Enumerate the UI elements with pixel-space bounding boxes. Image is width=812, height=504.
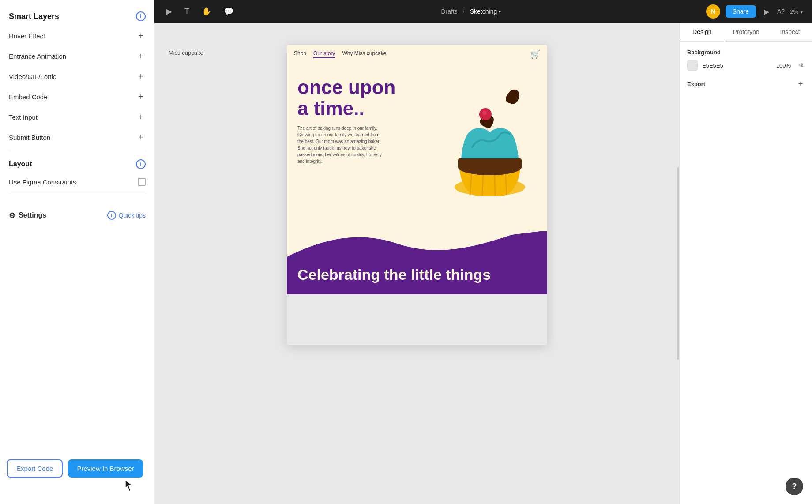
- video-gif-lottie-label: Video/GIF/Lottie: [9, 73, 56, 80]
- smart-layers-header: Smart Layers i: [0, 7, 154, 26]
- toolbar-left: ▶ T ✋ 💬: [163, 4, 236, 19]
- share-button[interactable]: Share: [726, 5, 756, 18]
- quick-tips-icon: i: [107, 211, 116, 220]
- chevron-down-icon: ▾: [499, 9, 501, 14]
- entrance-animation-label: Entrance Animation: [9, 53, 66, 60]
- frame-top-section: once upon a time.. The art of baking run…: [287, 64, 547, 231]
- nav-link-shop[interactable]: Shop: [294, 50, 306, 58]
- settings-row: ⚙ Settings i Quick tips: [0, 205, 154, 226]
- layout-header: Layout i: [0, 155, 154, 173]
- text-input-add-icon[interactable]: +: [136, 112, 146, 122]
- panel-tabs: Design Prototype Inspect: [680, 23, 812, 42]
- hand-tool-icon[interactable]: ✋: [199, 4, 214, 19]
- frame-label: Miss cupcake: [169, 49, 203, 56]
- quick-tips-button[interactable]: i Quick tips: [107, 211, 146, 220]
- zoom-control[interactable]: 2% ▾: [790, 8, 803, 15]
- sidebar-divider-2: [9, 194, 146, 194]
- video-gif-lottie-add-icon[interactable]: +: [136, 71, 146, 81]
- color-value[interactable]: E5E5E5: [702, 62, 772, 69]
- hover-effect-label: Hover Effect: [9, 32, 45, 40]
- settings-text: Settings: [19, 211, 46, 219]
- frame-nav: Shop Our story Why Miss cupcake 🛒: [287, 45, 547, 64]
- svg-point-8: [482, 111, 487, 115]
- zoom-level: 2%: [790, 8, 798, 15]
- tab-inspect-label: Inspect: [780, 28, 800, 35]
- tab-prototype[interactable]: Prototype: [724, 23, 768, 41]
- background-section-title: Background: [687, 49, 805, 56]
- sidebar-item-embed-code[interactable]: Embed Code +: [0, 87, 154, 107]
- user-initial: N: [711, 8, 715, 15]
- sidebar: Smart Layers i Hover Effect + Entrance A…: [0, 0, 154, 504]
- submit-button-add-icon[interactable]: +: [136, 132, 146, 142]
- layout-info-icon[interactable]: i: [136, 159, 146, 169]
- headline-text: once upon a time..: [297, 77, 403, 120]
- help-button[interactable]: ?: [786, 478, 803, 495]
- toolbar-center: Drafts / Sketching ▾: [441, 8, 501, 15]
- hover-effect-add-icon[interactable]: +: [136, 31, 146, 41]
- user-avatar: N: [706, 4, 720, 19]
- smart-layers-title: Smart Layers: [9, 12, 59, 21]
- breadcrumb-current[interactable]: Sketching ▾: [470, 8, 501, 15]
- smart-layers-info-icon[interactable]: i: [136, 11, 146, 21]
- breadcrumb-drafts[interactable]: Drafts: [441, 8, 458, 15]
- bg-color-row: E5E5E5 100% 👁: [687, 60, 805, 71]
- breadcrumb-current-label: Sketching: [470, 8, 497, 15]
- tab-prototype-label: Prototype: [733, 28, 759, 35]
- sidebar-item-video-gif-lottie[interactable]: Video/GIF/Lottie +: [0, 66, 154, 87]
- export-label: Export: [687, 81, 705, 87]
- color-swatch[interactable]: [687, 60, 698, 71]
- zoom-chevron-icon: ▾: [800, 8, 803, 15]
- accessibility-toggle[interactable]: A?: [777, 8, 785, 15]
- main-area: ▶ T ✋ 💬 Drafts / Sketching ▾ N Share ▶ A…: [154, 0, 812, 504]
- visibility-toggle-icon[interactable]: 👁: [799, 62, 805, 69]
- sidebar-item-entrance-animation[interactable]: Entrance Animation +: [0, 46, 154, 66]
- wave-svg: [287, 230, 547, 257]
- nav-link-why-miss-cupcake[interactable]: Why Miss cupcake: [342, 50, 386, 58]
- figma-constraints-label: Use Figma Constraints: [9, 178, 76, 186]
- gear-icon: ⚙: [9, 211, 15, 220]
- quick-tips-label: Quick tips: [119, 212, 146, 219]
- celebrate-text: Celebrating the little things: [297, 266, 537, 284]
- entrance-animation-add-icon[interactable]: +: [136, 51, 146, 61]
- design-frame: Shop Our story Why Miss cupcake 🛒 once u…: [287, 45, 547, 345]
- panel-body: Background E5E5E5 100% 👁 Export +: [680, 42, 812, 95]
- bottom-buttons: Export Code Preview In Browser: [7, 459, 143, 478]
- figma-constraints-checkbox[interactable]: [138, 178, 146, 186]
- comment-tool-icon[interactable]: 💬: [221, 4, 236, 19]
- tab-design-label: Design: [692, 28, 712, 35]
- settings-label[interactable]: ⚙ Settings: [9, 211, 46, 220]
- sidebar-divider: [9, 151, 146, 151]
- opacity-value[interactable]: 100%: [776, 62, 791, 69]
- nav-links: Shop Our story Why Miss cupcake: [294, 50, 386, 58]
- preview-in-browser-button[interactable]: Preview In Browser: [68, 459, 143, 478]
- export-row: Export +: [687, 79, 805, 88]
- nav-link-our-story[interactable]: Our story: [313, 50, 335, 58]
- sidebar-item-text-input[interactable]: Text Input +: [0, 107, 154, 127]
- toolbar-right: N Share ▶ A? 2% ▾: [706, 4, 803, 19]
- breadcrumb-separator: /: [463, 8, 465, 15]
- embed-code-add-icon[interactable]: +: [136, 92, 146, 102]
- export-code-button[interactable]: Export Code: [7, 459, 63, 478]
- submit-button-label: Submit Button: [9, 134, 50, 141]
- sidebar-item-hover-effect[interactable]: Hover Effect +: [0, 26, 154, 46]
- frame-bottom-section: Celebrating the little things: [287, 257, 547, 294]
- embed-code-label: Embed Code: [9, 93, 48, 101]
- body-text: The art of baking runs deep in our famil…: [297, 125, 386, 165]
- export-add-icon[interactable]: +: [796, 79, 805, 88]
- right-panel: Design Prototype Inspect Background E5E5…: [680, 23, 812, 504]
- play-button[interactable]: ▶: [761, 5, 772, 19]
- canvas-area[interactable]: Miss cupcake Shop Our story Why Miss cup…: [154, 23, 680, 504]
- tab-design[interactable]: Design: [680, 23, 724, 41]
- cupcake-illustration: [428, 68, 547, 218]
- text-tool-icon[interactable]: T: [182, 4, 192, 19]
- scroll-bar[interactable]: [677, 167, 679, 360]
- sidebar-item-submit-button[interactable]: Submit Button +: [0, 127, 154, 147]
- layout-title: Layout: [9, 160, 32, 168]
- cart-icon[interactable]: 🛒: [530, 49, 540, 59]
- figma-constraints-row[interactable]: Use Figma Constraints: [0, 173, 154, 190]
- select-tool-icon[interactable]: ▶: [163, 4, 175, 19]
- toolbar: ▶ T ✋ 💬 Drafts / Sketching ▾ N Share ▶ A…: [154, 0, 812, 23]
- text-input-label: Text Input: [9, 113, 38, 121]
- svg-rect-6: [458, 158, 522, 168]
- tab-inspect[interactable]: Inspect: [768, 23, 812, 41]
